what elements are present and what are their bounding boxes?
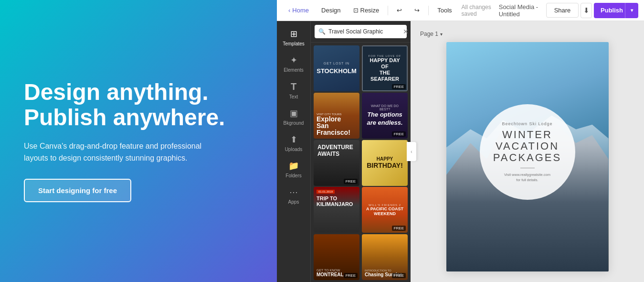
template-kilimanjaro[interactable]: 01.01.2019 TRIP TOKILIMANJARO [314,187,359,233]
free-badge-montreal: FREE [344,273,358,278]
resize-icon: ⊡ [353,7,359,14]
sidebar: ⊞ Templates ✦ Elements T Text ▣ Bkground… [277,21,310,282]
sidebar-item-background[interactable]: ▣ Bkground [279,104,308,130]
share-button[interactable]: Share [546,3,579,18]
elements-icon: ✦ [290,55,297,65]
design-button[interactable]: Design [316,4,346,17]
home-button[interactable]: ‹ Home [283,4,315,17]
publish-button[interactable]: Publish ▾ [594,3,638,18]
autosave-status: All changes saved [462,4,491,17]
toolbar-separator [388,6,388,15]
apps-icon: ⋯ [289,187,298,197]
download-button[interactable]: ⬇ [581,3,592,18]
clear-icon[interactable]: ✕ [403,28,409,35]
collapse-panel-button[interactable]: ‹ [407,142,416,161]
tools-button[interactable]: Tools [432,4,457,17]
lodge-name: Beechtown Ski Lodge [502,121,552,126]
canvas-document[interactable]: Beechtown Ski Lodge WINTER VACATION PACK… [446,42,609,271]
template-stockholm[interactable]: GET LOST IN STOCKHOLM [314,45,359,91]
templates-grid: GET LOST IN STOCKHOLM FOR THE LOVE OF HA… [311,43,411,282]
sidebar-item-templates[interactable]: ⊞ Templates [279,25,308,50]
free-badge: FREE [392,84,406,89]
divider [520,168,535,168]
template-montreal[interactable]: GET TO KNOW MONTREAL FREE [314,234,359,280]
search-input-wrap: 🔍 ✕ [315,25,407,38]
editor-section: ‹ Home Design ⊡ Resize ↩ ↪ Tools All cha… [277,0,644,282]
template-seafarer[interactable]: FOR THE LOVE OF HAPPY DAY OFTHE SEAFARER… [362,45,408,91]
circle-overlay: Beechtown Ski Lodge WINTER VACATION PACK… [480,104,575,200]
free-badge-adventure: FREE [344,179,358,184]
undo-button[interactable]: ↩ [391,4,408,17]
folders-icon: 📁 [288,161,299,171]
toolbar-nav: ‹ Home Design ⊡ Resize ↩ ↪ Tools [283,4,458,17]
template-sf[interactable]: Visit City Tours ExploreSanFrancisco! [314,93,359,139]
resize-button[interactable]: ⊡ Resize [348,4,385,17]
page-label: Page 1 ▾ [420,31,443,37]
toolbar: ‹ Home Design ⊡ Resize ↩ ↪ Tools All cha… [277,0,644,21]
template-adventure[interactable]: ADVENTURE AWAITS FREE [314,140,359,186]
sidebar-item-elements[interactable]: ✦ Elements [279,51,308,76]
redo-button[interactable]: ↪ [409,4,425,17]
uploads-icon: ⬆ [290,134,297,145]
free-badge-pacific: FREE [392,226,406,231]
page-chevron-icon[interactable]: ▾ [440,32,443,37]
document-name: Social Media - Untitled [499,3,538,18]
editor-body: ⊞ Templates ✦ Elements T Text ▣ Bkground… [277,21,644,282]
search-bar: 🔍 ✕ [311,21,411,43]
templates-icon: ⊞ [290,29,297,39]
sidebar-item-uploads[interactable]: ⬆ Uploads [279,130,308,156]
visit-text: Visit www.reallygreatsite.comfor full de… [504,172,550,183]
download-icon: ⬇ [583,6,590,15]
template-chasing[interactable]: INTRODUCTION TO Chasing Sunrise FREE [362,234,408,280]
vacation-title: WINTER VACATION PACKAGES [493,129,561,164]
free-badge-options: FREE [392,131,406,137]
search-input[interactable] [328,28,400,35]
search-icon: 🔍 [318,28,326,35]
cta-button[interactable]: Start designing for free [24,179,131,202]
toolbar-separator-2 [428,6,429,15]
text-icon: T [291,81,296,92]
canvas-background: Beechtown Ski Lodge WINTER VACATION PACK… [446,42,609,271]
sidebar-item-folders[interactable]: 📁 Folders [279,157,308,182]
templates-panel: 🔍 ✕ GET LOST IN STOCKHOLM FOR THE LOVE [310,21,411,282]
publish-dropdown-arrow[interactable]: ▾ [625,3,638,18]
chevron-left-icon: ‹ [288,7,290,14]
hero-description: Use Canva's drag-and-drop feature and pr… [24,140,205,164]
template-birthday[interactable]: HAPPY BIRTHDAY! [362,140,408,186]
hero-headline: Design anything. Publish anywhere. [24,80,253,130]
template-pacific[interactable]: WILL'S FRIENDS 2 A PACIFIC COASTWEEKEND … [362,187,408,233]
free-badge-chasing: FREE [392,273,406,278]
template-options[interactable]: WHAT DO WE DO BEST? The optionsare endle… [362,93,408,139]
sidebar-item-text[interactable]: T Text [279,77,308,103]
background-icon: ▣ [290,108,298,119]
hero-section: Design anything. Publish anywhere. Use C… [0,0,277,282]
sidebar-item-apps[interactable]: ⋯ Apps [279,183,308,208]
canvas-area: Page 1 ▾ Beechtown Ski Lodge WINTER VACA… [411,21,644,282]
